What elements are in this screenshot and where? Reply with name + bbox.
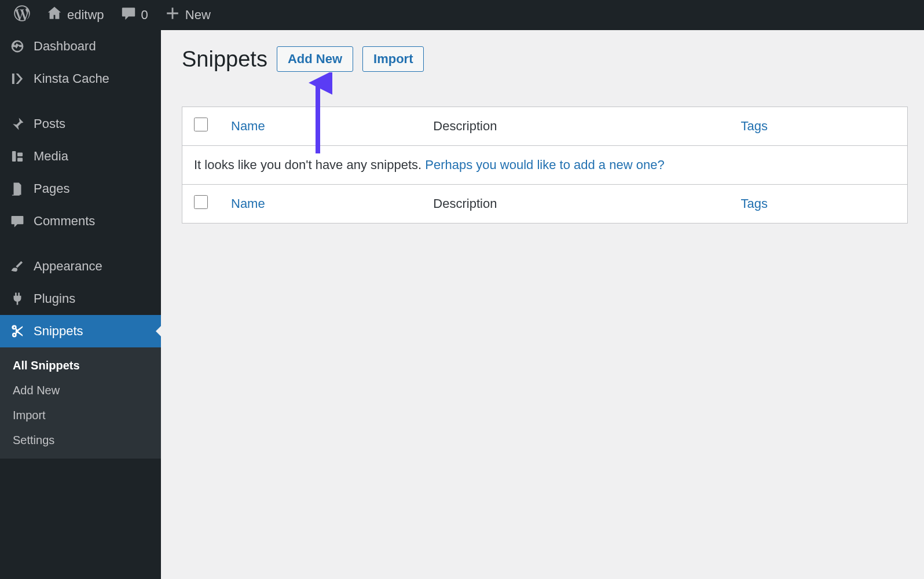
sidebar-item-dashboard[interactable]: Dashboard bbox=[0, 30, 161, 63]
site-name-link[interactable]: editwp bbox=[38, 0, 112, 30]
menu-separator bbox=[0, 95, 161, 108]
kinsta-icon bbox=[9, 71, 25, 87]
table-footer-row: Name Description Tags bbox=[182, 185, 908, 223]
submenu-item-settings[interactable]: Settings bbox=[0, 428, 161, 453]
new-content-link[interactable]: New bbox=[156, 0, 219, 30]
comments-link[interactable]: 0 bbox=[112, 0, 156, 30]
sidebar-item-label: Plugins bbox=[34, 291, 75, 306]
new-label: New bbox=[185, 8, 211, 23]
select-all-checkbox-bottom[interactable] bbox=[194, 195, 208, 209]
submenu-item-import[interactable]: Import bbox=[0, 403, 161, 428]
sidebar-item-appearance[interactable]: Appearance bbox=[0, 250, 161, 283]
select-all-checkbox-top[interactable] bbox=[194, 118, 208, 131]
sidebar-item-label: Media bbox=[34, 149, 68, 164]
media-icon bbox=[9, 148, 25, 164]
admin-sidebar: Dashboard Kinsta Cache Posts Media Pages… bbox=[0, 30, 161, 579]
column-footer-description: Description bbox=[421, 185, 729, 223]
home-icon bbox=[46, 5, 63, 25]
snippets-submenu: All Snippets Add New Import Settings bbox=[0, 347, 161, 459]
sidebar-item-media[interactable]: Media bbox=[0, 140, 161, 173]
sidebar-item-comments[interactable]: Comments bbox=[0, 205, 161, 237]
pin-icon bbox=[9, 116, 25, 132]
sidebar-item-label: Kinsta Cache bbox=[34, 71, 109, 86]
sidebar-item-label: Appearance bbox=[34, 259, 102, 274]
page-title: Snippets bbox=[182, 47, 267, 72]
sidebar-item-kinsta-cache[interactable]: Kinsta Cache bbox=[0, 63, 161, 95]
column-header-name[interactable]: Name bbox=[219, 107, 421, 146]
pages-icon bbox=[9, 181, 25, 197]
submenu-item-all-snippets[interactable]: All Snippets bbox=[0, 353, 161, 378]
import-button[interactable]: Import bbox=[362, 46, 424, 72]
page-header: Snippets Add New Import bbox=[182, 46, 908, 72]
scissors-icon bbox=[9, 323, 25, 339]
plus-icon bbox=[164, 5, 181, 25]
menu-separator bbox=[0, 237, 161, 250]
add-new-button[interactable]: Add New bbox=[277, 46, 353, 72]
wordpress-logo-icon bbox=[14, 5, 30, 25]
sidebar-item-label: Snippets bbox=[34, 324, 83, 339]
column-footer-tags[interactable]: Tags bbox=[729, 185, 908, 223]
sidebar-item-pages[interactable]: Pages bbox=[0, 173, 161, 205]
comments-count: 0 bbox=[141, 8, 148, 23]
column-header-description: Description bbox=[421, 107, 729, 146]
sidebar-item-plugins[interactable]: Plugins bbox=[0, 283, 161, 315]
wp-logo-menu[interactable] bbox=[6, 0, 38, 30]
empty-state-add-link[interactable]: Perhaps you would like to add a new one? bbox=[425, 157, 664, 172]
sidebar-item-posts[interactable]: Posts bbox=[0, 108, 161, 140]
column-footer-name[interactable]: Name bbox=[219, 185, 421, 223]
submenu-item-add-new[interactable]: Add New bbox=[0, 378, 161, 403]
sidebar-item-label: Posts bbox=[34, 116, 65, 131]
plugin-icon bbox=[9, 291, 25, 307]
table-header-row: Name Description Tags bbox=[182, 107, 908, 146]
empty-state-row: It looks like you don't have any snippet… bbox=[182, 146, 908, 185]
admin-bar: editwp 0 New bbox=[0, 0, 924, 30]
sidebar-item-label: Dashboard bbox=[34, 39, 96, 54]
sidebar-item-label: Comments bbox=[34, 214, 95, 229]
dashboard-icon bbox=[9, 38, 25, 54]
appearance-brush-icon bbox=[9, 258, 25, 274]
sidebar-item-snippets[interactable]: Snippets bbox=[0, 315, 161, 347]
empty-state-text: It looks like you don't have any snippet… bbox=[194, 157, 425, 172]
site-name-text: editwp bbox=[67, 8, 104, 23]
column-header-tags[interactable]: Tags bbox=[729, 107, 908, 146]
sidebar-item-label: Pages bbox=[34, 181, 69, 196]
comment-icon bbox=[120, 5, 137, 25]
main-content: Snippets Add New Import Name Description… bbox=[161, 30, 924, 579]
snippets-table: Name Description Tags It looks like you … bbox=[182, 107, 908, 223]
comments-icon bbox=[9, 213, 25, 229]
